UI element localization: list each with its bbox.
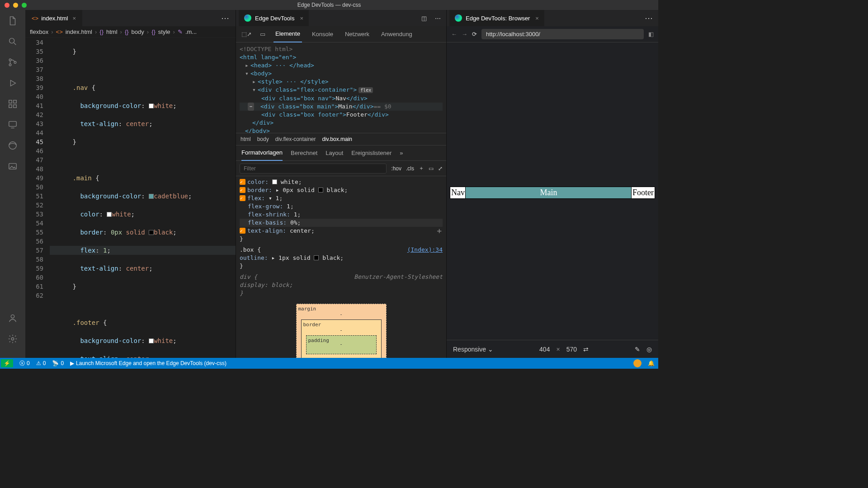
- rendered-viewport: Nav Main Footer: [447, 42, 658, 340]
- screenshot-icon[interactable]: ✎: [635, 346, 640, 353]
- tab-edge-browser[interactable]: Edge DevTools: Browser ×: [449, 10, 544, 26]
- checkbox-icon[interactable]: [240, 228, 245, 234]
- tab-styles[interactable]: Formatvorlagen: [241, 145, 283, 161]
- source-control-icon[interactable]: [6, 56, 19, 69]
- svg-rect-4: [9, 100, 12, 103]
- code-editor[interactable]: 3435 3637 3839 4041 4243 4445 4647 4849 …: [25, 38, 236, 358]
- dom-tree[interactable]: <!DOCTYPE html> <html lang="en"> ▸<head>…: [236, 42, 446, 133]
- checkbox-icon[interactable]: [240, 179, 245, 185]
- brace-icon: ✎: [178, 28, 183, 35]
- device-height[interactable]: 570: [566, 346, 577, 353]
- editor-tabs: <> index.html × ⋯: [25, 10, 236, 26]
- rotate-icon[interactable]: ⇄: [583, 346, 589, 353]
- zoom-window-icon[interactable]: [22, 3, 27, 8]
- close-tab-icon[interactable]: ×: [72, 15, 76, 22]
- tab-network[interactable]: Netzwerk: [343, 26, 371, 42]
- crumb-flex-container[interactable]: div.flex-container: [275, 136, 316, 142]
- ua-stylesheet-label: Benutzer-Agent-Stylesheet: [354, 273, 443, 281]
- crumb-style[interactable]: style: [158, 28, 170, 35]
- minimize-window-icon[interactable]: [13, 3, 18, 8]
- svg-rect-7: [14, 105, 16, 108]
- back-icon[interactable]: ←: [451, 31, 457, 38]
- html-file-icon: <>: [56, 28, 63, 35]
- crumb-body[interactable]: body: [132, 28, 144, 35]
- extensions-icon[interactable]: [6, 98, 19, 110]
- crumb-html[interactable]: html: [241, 136, 251, 142]
- remote-icon[interactable]: [6, 118, 19, 131]
- tab-edge-devtools[interactable]: Edge DevTools ×: [239, 10, 309, 26]
- filter-input[interactable]: [240, 164, 387, 174]
- flex-badge[interactable]: flex: [359, 87, 373, 93]
- notifications-icon[interactable]: 🔔: [648, 360, 655, 366]
- devtools-tabs: Edge DevTools × ◫ ⋯: [236, 10, 446, 26]
- add-property-icon[interactable]: +: [437, 227, 442, 235]
- settings-gear-icon[interactable]: [6, 333, 19, 345]
- code-content[interactable]: } .nav { background-color: white; text-a…: [50, 38, 236, 358]
- tab-event-listeners[interactable]: Ereignislistener: [351, 145, 392, 161]
- errors-count[interactable]: ⓧ 0: [19, 360, 30, 367]
- tab-application[interactable]: Anwendung: [379, 26, 414, 42]
- image-icon[interactable]: [6, 160, 19, 173]
- profile-badge-icon[interactable]: [633, 359, 642, 367]
- tab-console[interactable]: Konsole: [310, 26, 335, 42]
- close-tab-icon[interactable]: ×: [535, 15, 539, 22]
- crumb-folder[interactable]: flexbox: [30, 28, 48, 35]
- svg-rect-6: [9, 105, 12, 108]
- device-mode-dropdown[interactable]: Responsive ⌄: [453, 346, 493, 353]
- svg-point-3: [14, 61, 16, 64]
- warnings-count[interactable]: ⚠ 0: [36, 360, 46, 366]
- crumb-file[interactable]: index.html: [66, 28, 92, 35]
- accounts-icon[interactable]: [6, 312, 19, 324]
- box-model-diagram: margin- border- padding-: [296, 304, 387, 358]
- remote-indicator[interactable]: ⚡: [1, 359, 13, 367]
- forward-icon[interactable]: →: [462, 31, 467, 38]
- brace-icon: {}: [151, 28, 156, 35]
- device-toggle-icon[interactable]: ▭: [260, 31, 265, 38]
- tab-index-html[interactable]: <> index.html ×: [25, 10, 83, 26]
- ports-count[interactable]: 📡 0: [52, 360, 64, 366]
- more-icon[interactable]: ⋯: [642, 13, 656, 23]
- browser-toolbar: ← → ⟳ http://localhost:3000/ ◧: [447, 26, 658, 42]
- source-link[interactable]: (Index):34: [407, 246, 443, 254]
- run-debug-icon[interactable]: [6, 77, 19, 89]
- explorer-icon[interactable]: [6, 14, 19, 27]
- crumb-body[interactable]: body: [257, 136, 269, 142]
- tab-filename: index.html: [41, 15, 68, 22]
- inspect-element-icon[interactable]: ⬚➚: [241, 31, 252, 38]
- launch-hint[interactable]: ▶ Launch Microsoft Edge and open the Edg…: [70, 360, 226, 366]
- close-tab-icon[interactable]: ×: [300, 15, 303, 22]
- checkbox-icon[interactable]: [240, 187, 245, 193]
- new-style-rule-icon[interactable]: ＋: [419, 164, 424, 172]
- editor-more-icon[interactable]: ⋯: [217, 13, 233, 23]
- status-bar: ⚡ ⓧ 0 ⚠ 0 📡 0 ▶ Launch Microsoft Edge an…: [0, 358, 658, 369]
- device-width[interactable]: 404: [539, 346, 550, 353]
- settings-icon[interactable]: ◎: [646, 346, 652, 353]
- svg-point-9: [9, 142, 17, 150]
- reload-icon[interactable]: ⟳: [472, 31, 477, 38]
- expand-icon[interactable]: ⤢: [438, 165, 443, 172]
- tab-layout[interactable]: Layout: [326, 145, 343, 161]
- split-editor-icon[interactable]: ◫: [419, 15, 429, 22]
- device-icon[interactable]: ▭: [429, 165, 434, 172]
- hov-button[interactable]: :hov: [391, 165, 401, 172]
- crumb-selector[interactable]: .m...: [185, 28, 197, 35]
- close-window-icon[interactable]: [5, 3, 9, 8]
- crumb-box-main[interactable]: div.box.main: [322, 136, 352, 142]
- rendered-main: Main: [466, 187, 632, 198]
- checkbox-icon[interactable]: [240, 195, 245, 201]
- styles-pane[interactable]: color: white; border: ▸ 0px solid black;…: [236, 176, 446, 358]
- tab-computed[interactable]: Berechnet: [291, 145, 317, 161]
- url-bar[interactable]: http://localhost:3000/: [481, 29, 644, 39]
- crumb-html[interactable]: html: [106, 28, 118, 35]
- ellipsis-icon[interactable]: ⋯: [248, 103, 254, 111]
- more-tabs-icon[interactable]: »: [400, 150, 403, 156]
- edge-tools-icon[interactable]: [6, 139, 19, 152]
- tab-elements[interactable]: Elemente: [274, 26, 302, 42]
- window-titlebar: Edge DevTools — dev-css: [0, 0, 658, 10]
- svg-point-11: [11, 315, 14, 318]
- more-icon[interactable]: ⋯: [432, 15, 443, 22]
- svg-point-1: [9, 59, 11, 61]
- search-icon[interactable]: [6, 35, 19, 48]
- cls-button[interactable]: .cls: [406, 165, 414, 172]
- dock-icon[interactable]: ◧: [648, 31, 654, 38]
